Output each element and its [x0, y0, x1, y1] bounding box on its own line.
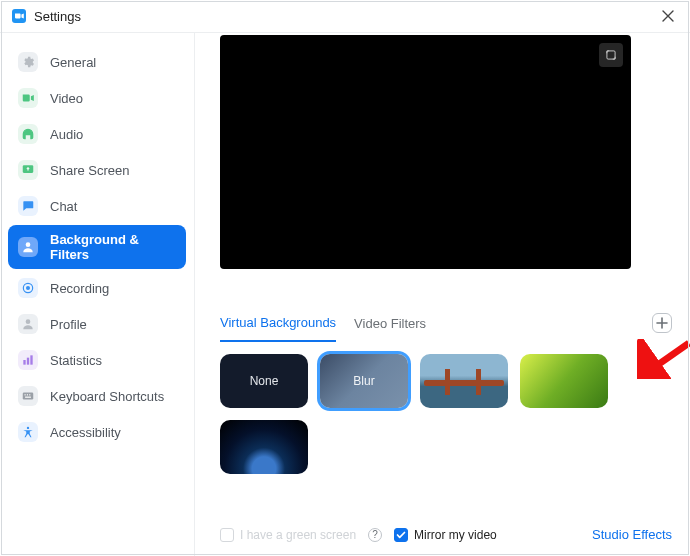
sidebar-item-label: Chat: [50, 199, 77, 214]
sidebar-item-label: Audio: [50, 127, 83, 142]
content-area: Virtual Backgrounds Video Filters None B…: [195, 33, 690, 556]
sidebar-item-statistics[interactable]: Statistics: [8, 343, 186, 377]
titlebar: Settings: [0, 0, 690, 32]
sidebar-item-recording[interactable]: Recording: [8, 271, 186, 305]
background-option-grass[interactable]: [520, 354, 608, 408]
sidebar-item-profile[interactable]: Profile: [8, 307, 186, 341]
svg-rect-11: [29, 394, 30, 395]
sidebar-item-keyboard-shortcuts[interactable]: Keyboard Shortcuts: [8, 379, 186, 413]
help-icon[interactable]: ?: [368, 528, 382, 542]
sidebar-item-label: Profile: [50, 317, 87, 332]
tab-video-filters[interactable]: Video Filters: [354, 316, 426, 341]
sidebar-item-audio[interactable]: Audio: [8, 117, 186, 151]
sidebar-item-general[interactable]: General: [8, 45, 186, 79]
statistics-icon: [18, 350, 38, 370]
background-label: None: [250, 374, 279, 388]
svg-point-3: [26, 286, 30, 290]
sidebar-item-label: Statistics: [50, 353, 102, 368]
keyboard-icon: [18, 386, 38, 406]
close-button[interactable]: [658, 6, 678, 26]
checkbox-icon: [220, 528, 234, 542]
background-thumbnails: None Blur: [220, 354, 672, 474]
background-option-earth[interactable]: [220, 420, 308, 474]
sidebar-item-label: Keyboard Shortcuts: [50, 389, 164, 404]
share-screen-icon: [18, 160, 38, 180]
window-title: Settings: [34, 9, 81, 24]
accessibility-icon: [18, 422, 38, 442]
sidebar-item-accessibility[interactable]: Accessibility: [8, 415, 186, 449]
svg-rect-9: [25, 394, 26, 395]
background-option-none[interactable]: None: [220, 354, 308, 408]
video-icon: [18, 88, 38, 108]
background-label: Blur: [353, 374, 374, 388]
tab-virtual-backgrounds[interactable]: Virtual Backgrounds: [220, 315, 336, 342]
svg-point-4: [26, 319, 31, 324]
person-icon: [18, 237, 38, 257]
chat-icon: [18, 196, 38, 216]
mirror-video-checkbox[interactable]: Mirror my video: [394, 528, 497, 542]
sidebar-item-chat[interactable]: Chat: [8, 189, 186, 223]
mirror-video-label: Mirror my video: [414, 528, 497, 542]
sidebar-item-video[interactable]: Video: [8, 81, 186, 115]
background-option-bridge[interactable]: [420, 354, 508, 408]
sidebar-item-label: Video: [50, 91, 83, 106]
sidebar-item-label: Recording: [50, 281, 109, 296]
sidebar-item-label: Accessibility: [50, 425, 121, 440]
sidebar-item-label: Share Screen: [50, 163, 130, 178]
green-screen-checkbox: I have a green screen: [220, 528, 356, 542]
sidebar-item-share-screen[interactable]: Share Screen: [8, 153, 186, 187]
app-logo-icon: [12, 9, 26, 23]
headphones-icon: [18, 124, 38, 144]
sidebar-item-background-filters[interactable]: Background & Filters: [8, 225, 186, 269]
background-option-blur[interactable]: Blur: [320, 354, 408, 408]
svg-rect-8: [23, 393, 34, 400]
svg-point-13: [27, 427, 29, 429]
svg-rect-10: [27, 394, 28, 395]
tabs: Virtual Backgrounds Video Filters: [220, 315, 672, 342]
video-preview: [220, 35, 631, 269]
sidebar-item-label: General: [50, 55, 96, 70]
profile-icon: [18, 314, 38, 334]
record-icon: [18, 278, 38, 298]
rotate-camera-button[interactable]: [599, 43, 623, 67]
svg-rect-5: [23, 360, 25, 365]
svg-rect-12: [25, 397, 31, 398]
svg-point-1: [26, 242, 31, 247]
checkbox-checked-icon: [394, 528, 408, 542]
add-background-button[interactable]: [652, 313, 672, 333]
gear-icon: [18, 52, 38, 72]
footer: I have a green screen ? Mirror my video …: [220, 527, 672, 542]
sidebar-item-label: Background & Filters: [50, 232, 176, 262]
green-screen-label: I have a green screen: [240, 528, 356, 542]
svg-rect-6: [27, 358, 29, 365]
svg-rect-14: [607, 51, 615, 59]
svg-rect-7: [30, 355, 32, 364]
studio-effects-link[interactable]: Studio Effects: [592, 527, 672, 542]
sidebar: General Video Audio Share Screen Chat: [0, 33, 195, 556]
